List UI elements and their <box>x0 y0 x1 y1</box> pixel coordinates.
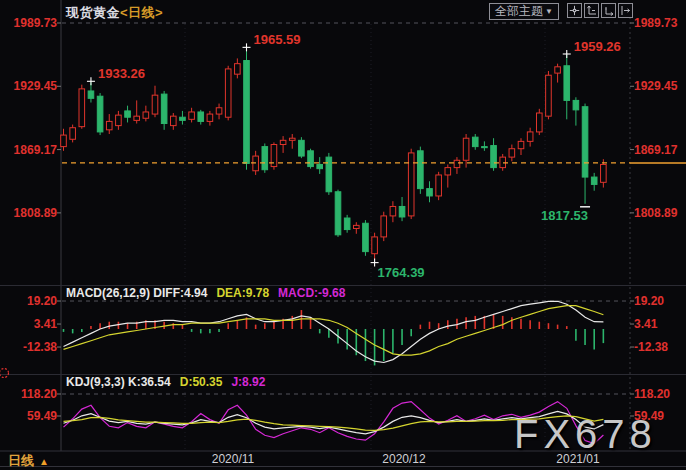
candle-body <box>289 138 295 140</box>
candle-body <box>436 175 442 196</box>
theme-dropdown[interactable]: 全部主题 ▼ <box>489 3 559 20</box>
candle-body <box>171 116 177 125</box>
candle-body <box>88 91 94 98</box>
diff-line <box>64 301 604 362</box>
candle-body <box>509 149 515 157</box>
period-selector-label: 日线 <box>8 452 34 470</box>
legend-item: MACD(26,12,9) DIFF:4.94 <box>66 286 207 300</box>
candle-body <box>363 223 369 251</box>
candle-body <box>335 192 341 235</box>
candle-body <box>354 225 360 228</box>
candle-body <box>427 189 433 196</box>
x-axis-scale-button[interactable] <box>601 3 616 18</box>
candle-body <box>207 114 213 121</box>
candle-body <box>591 177 597 184</box>
macd-panel <box>64 301 604 365</box>
candle-body <box>564 66 570 101</box>
instrument-name: 现货黄金 <box>66 5 120 20</box>
kdj-panel <box>64 402 604 444</box>
chart-title: 现货黄金<日线> <box>66 4 163 22</box>
candle-body <box>116 115 122 126</box>
candle-body <box>106 121 112 129</box>
x-axis-scale-icon <box>603 5 614 16</box>
candle-body <box>216 108 222 114</box>
gridlines <box>0 0 686 467</box>
center-crosshair-icon <box>569 5 580 16</box>
candle-body <box>61 135 67 147</box>
period-tag: <日线> <box>120 5 163 20</box>
candle-body <box>180 117 186 120</box>
candle-body <box>189 112 195 119</box>
pane-shift-button[interactable] <box>618 3 633 18</box>
candle-body <box>601 164 607 182</box>
candle-body <box>235 64 241 75</box>
candle-body <box>518 141 524 148</box>
y-axis-scale-icon <box>586 5 597 16</box>
candle-body <box>308 151 314 167</box>
candle-body <box>280 140 286 144</box>
legend-item: DEA:9.78 <box>216 286 269 300</box>
candle-body <box>555 67 561 73</box>
candle-body <box>390 206 396 215</box>
candle-body <box>454 160 460 167</box>
legend-item: KDJ(9,3,3) K:36.54 <box>66 375 171 389</box>
candle-body <box>79 89 85 127</box>
candle-body <box>244 61 250 164</box>
candle-body <box>134 116 140 120</box>
candle-body <box>418 151 424 189</box>
pane-shift-icon <box>620 5 631 16</box>
legend-item: MACD:-9.68 <box>278 286 345 300</box>
candle-body <box>299 140 305 156</box>
candle-body <box>262 147 268 170</box>
macd-legend: MACD(26,12,9) DIFF:4.94DEA:9.78MACD:-9.6… <box>66 286 354 300</box>
candle-body <box>125 111 131 117</box>
kdj-legend: KDJ(9,3,3) K:36.54D:50.35J:8.92 <box>66 375 274 389</box>
candle-body <box>317 164 323 168</box>
indicator-alert-icon <box>0 369 9 378</box>
candle-body <box>399 206 405 217</box>
period-selector[interactable]: 日线 ▲ <box>8 452 49 470</box>
candle-body <box>472 137 478 146</box>
candle-body <box>152 95 158 114</box>
candlestick-series <box>61 48 606 259</box>
candle-body <box>381 216 387 237</box>
candle-body <box>491 146 497 168</box>
candle-body <box>198 112 204 121</box>
triangle-up-icon: ▲ <box>39 456 49 467</box>
center-crosshair-button[interactable] <box>567 3 582 18</box>
chart-canvas[interactable] <box>0 0 686 470</box>
candle-body <box>70 128 76 140</box>
chevron-down-icon: ▼ <box>545 8 553 16</box>
candle-body <box>97 96 103 132</box>
candle-body <box>582 107 588 177</box>
legend-item: J:8.92 <box>231 375 265 389</box>
theme-dropdown-label: 全部主题 <box>495 3 543 20</box>
candle-body <box>537 113 543 132</box>
dea-line <box>64 306 604 356</box>
candle-body <box>482 147 488 148</box>
candle-body <box>573 100 579 109</box>
trading-chart-window: 现货黄金<日线> 全部主题 ▼ MACD(26,12,9) DIFF:4.94D… <box>0 0 686 470</box>
candle-body <box>445 168 451 175</box>
candle-body <box>546 75 552 116</box>
candle-body <box>225 69 231 117</box>
y-axis-scale-button[interactable] <box>584 3 599 18</box>
legend-item: D:50.35 <box>180 375 223 389</box>
candle-body <box>143 112 149 118</box>
candle-body <box>344 218 350 230</box>
candle-body <box>463 138 469 160</box>
candle-body <box>527 132 533 141</box>
candle-body <box>161 94 167 123</box>
candle-body <box>372 237 378 254</box>
